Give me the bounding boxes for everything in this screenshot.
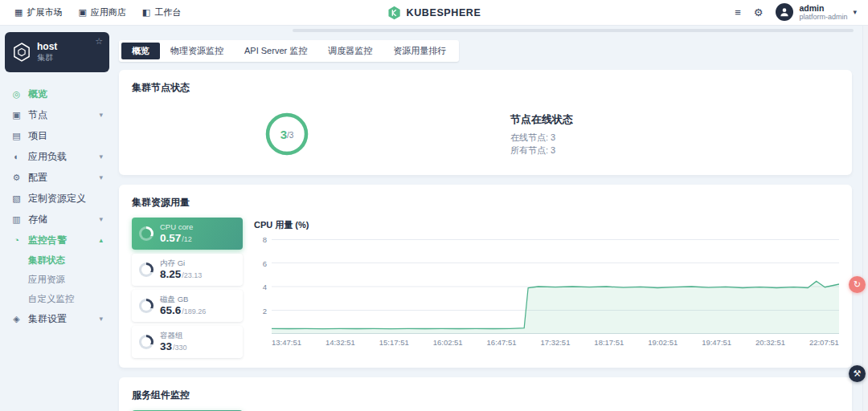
metric-tile-disk[interactable]: 磁盘 GB 65.6 /189.26 (132, 290, 243, 322)
chevron-down-icon: ▾ (99, 153, 103, 161)
nav-label-extension-market: 扩展市场 (27, 6, 62, 18)
metric-text: 内存 Gi 8.25 /23.13 (160, 258, 202, 282)
overview-icon: ◎ (11, 89, 22, 100)
metric-value: 65.6 (160, 304, 181, 318)
metric-total: /189.26 (182, 307, 206, 316)
tab-api-server[interactable]: API Server 监控 (234, 43, 317, 59)
sidebar-item-nodes[interactable]: ▣ 节点 ▾ (5, 104, 109, 125)
sidebar: host 集群 ☆ ◎ 概览 ▣ 节点 ▾ ▤ 项目 ◐ 应用负载 ▾ ⚙ 配置 (0, 26, 114, 411)
extension-market-icon: ▦ (14, 7, 23, 18)
tab-scheduler[interactable]: 调度器监控 (317, 43, 383, 59)
sidebar-subitem-cluster-status[interactable]: 集群状态 (5, 250, 109, 270)
metric-name: 内存 Gi (160, 258, 202, 268)
sidebar-subitem-custom-monitoring[interactable]: 自定义监控 (5, 289, 109, 308)
gauge-icon (139, 299, 154, 313)
monitoring-submenu: 集群状态 应用资源 自定义监控 (5, 250, 109, 308)
sidebar-subitem-app-resources[interactable]: 应用资源 (5, 270, 109, 289)
cluster-settings-icon: ◈ (11, 314, 22, 324)
brand-name: KUBESPHERE (407, 7, 481, 18)
tab-physical-resources[interactable]: 物理资源监控 (160, 43, 234, 59)
crd-icon: ▧ (11, 193, 22, 204)
y-tick-label: 8 (263, 235, 267, 244)
x-tick-label: 16:47:51 (487, 338, 517, 347)
sidebar-item-cluster-settings[interactable]: ◈ 集群设置 ▾ (5, 308, 109, 329)
sub-item-label: 应用资源 (28, 274, 65, 286)
cluster-meta: host 集群 (37, 41, 57, 63)
metric-value-row: 33 /330 (160, 340, 187, 354)
nav-extension-market[interactable]: ▦ 扩展市场 (6, 0, 70, 26)
sidebar-item-overview[interactable]: ◎ 概览 (5, 83, 109, 104)
vertical-scrollbar-track[interactable] (862, 26, 868, 411)
metric-text: 磁盘 GB 65.6 /189.26 (160, 295, 206, 318)
floating-toolbox-button[interactable]: ⚒ (849, 365, 866, 382)
sidebar-item-projects[interactable]: ▤ 项目 (5, 125, 109, 146)
nav-label-app-store: 应用商店 (91, 6, 126, 18)
metric-value: 0.57 (160, 232, 181, 246)
chevron-down-icon: ▾ (99, 111, 103, 119)
sidebar-item-configuration[interactable]: ⚙ 配置 ▾ (5, 167, 109, 188)
tab-resource-ranking[interactable]: 资源用量排行 (383, 43, 457, 59)
sidebar-item-storage[interactable]: ▥ 存储 ▾ (5, 209, 109, 230)
metric-tile-memory[interactable]: 内存 Gi 8.25 /23.13 (132, 254, 243, 286)
node-status-card: 集群节点状态 3 /3 节点在线状态 在线节点: 3 所有节点: 3 (119, 70, 852, 175)
person-icon (779, 6, 790, 18)
cpu-chart-plot (272, 239, 839, 334)
node-online-status: 节点在线状态 在线节点: 3 所有节点: 3 (510, 112, 573, 157)
cpu-usage-chart-panel: CPU 用量 (%) 2468 13:47:5114:32:5115:17:51… (254, 218, 839, 358)
x-tick-label: 13:47:51 (272, 338, 301, 347)
sidebar-item-label: 定制资源定义 (28, 192, 96, 206)
x-tick-label: 19:47:51 (702, 338, 731, 347)
user-name: admin (799, 3, 847, 14)
nav-label-workbench: 工作台 (154, 6, 181, 18)
toolbox-icon: ⚒ (854, 368, 862, 379)
x-tick-label: 22:07:51 (809, 338, 839, 347)
user-role: platform-admin (799, 13, 847, 22)
cluster-hexagon-icon (13, 43, 31, 62)
metric-tile-cpu[interactable]: CPU core 0.57 /12 (132, 218, 243, 250)
gear-icon[interactable]: ⚙ (754, 7, 764, 18)
cpu-usage-line-chart (272, 239, 839, 334)
metric-text: 容器组 33 /330 (160, 331, 187, 354)
config-icon: ⚙ (11, 173, 22, 183)
y-tick-label: 4 (263, 283, 267, 291)
chevron-down-icon: ▾ (853, 8, 857, 16)
cpu-chart-title: CPU 用量 (%) (254, 219, 839, 231)
sub-item-label: 集群状态 (28, 254, 65, 267)
node-status-card-title: 集群节点状态 (132, 81, 839, 95)
x-tick-label: 18:17:51 (594, 338, 624, 347)
star-icon[interactable]: ☆ (95, 36, 103, 47)
user-menu[interactable]: admin platform-admin ▾ (776, 3, 857, 22)
y-tick-label: 2 (263, 307, 267, 315)
cluster-card[interactable]: host 集群 ☆ (5, 32, 109, 72)
storage-icon: ▥ (11, 214, 22, 225)
metric-name: 磁盘 GB (160, 295, 206, 304)
main-content: 概览 物理资源监控 API Server 监控 调度器监控 资源用量排行 集群节… (114, 26, 862, 411)
nav-workbench[interactable]: ◧ 工作台 (134, 0, 189, 26)
user-text: admin platform-admin (799, 3, 847, 22)
sidebar-item-workloads[interactable]: ◐ 应用负载 ▾ (5, 146, 109, 167)
topbar-nav: ▦ 扩展市场 ▣ 应用商店 ◧ 工作台 (0, 0, 189, 26)
sidebar-item-crd[interactable]: ▧ 定制资源定义 (5, 188, 109, 209)
gauge-icon (139, 226, 154, 241)
horizontal-scrollbar-thumb[interactable] (293, 29, 854, 32)
monitoring-icon: ◔ (11, 235, 22, 245)
brand: KUBESPHERE (387, 0, 481, 26)
sidebar-item-monitoring-alerting[interactable]: ◔ 监控告警 ▴ (5, 230, 109, 250)
metric-total: /330 (173, 344, 187, 352)
donut-total: /3 (287, 131, 293, 140)
list-icon[interactable]: ≡ (735, 7, 741, 18)
sidebar-item-label: 存储 (28, 213, 92, 226)
nav-app-store[interactable]: ▣ 应用商店 (70, 0, 133, 26)
resource-usage-body: CPU core 0.57 /12 内存 Gi 8.25 /23.13 (132, 218, 839, 358)
service-components-card: 服务组件监控 ▣ API 服务器 请求 延迟 请求延迟 (ms) 12 (119, 377, 852, 411)
node-status-body: 3 /3 节点在线状态 在线节点: 3 所有节点: 3 (132, 103, 839, 165)
tab-overview[interactable]: 概览 (121, 43, 160, 59)
x-tick-label: 20:32:51 (755, 338, 785, 347)
cluster-name: host (37, 41, 57, 53)
metric-tile-pods[interactable]: 容器组 33 /330 (132, 326, 243, 358)
floating-refresh-button[interactable]: ↻ (849, 276, 866, 293)
cluster-type: 集群 (37, 53, 57, 63)
avatar (776, 3, 793, 21)
y-tick-label: 6 (263, 259, 267, 268)
metric-name: CPU core (160, 222, 193, 232)
